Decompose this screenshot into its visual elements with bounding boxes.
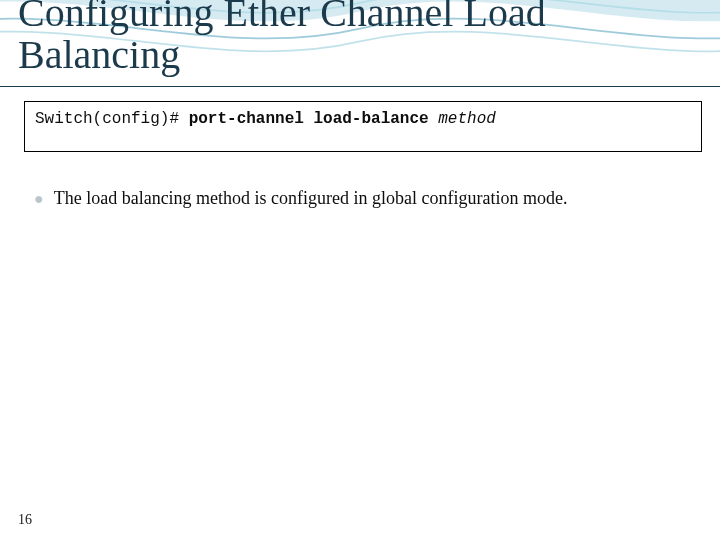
cli-command: port-channel load-balance xyxy=(189,110,439,128)
bullet-icon: ● xyxy=(34,187,44,211)
slide-title: Configuring Ether Channel Load Balancing xyxy=(0,0,720,82)
title-underline xyxy=(0,86,720,87)
cli-prompt: Switch(config)# xyxy=(35,110,189,128)
bullet-list: ● The load balancing method is configure… xyxy=(34,186,692,211)
list-item: ● The load balancing method is configure… xyxy=(34,186,692,211)
bullet-text: The load balancing method is configured … xyxy=(54,186,692,210)
command-box: Switch(config)# port-channel load-balanc… xyxy=(24,101,702,152)
page-number: 16 xyxy=(18,512,32,528)
cli-argument: method xyxy=(438,110,496,128)
